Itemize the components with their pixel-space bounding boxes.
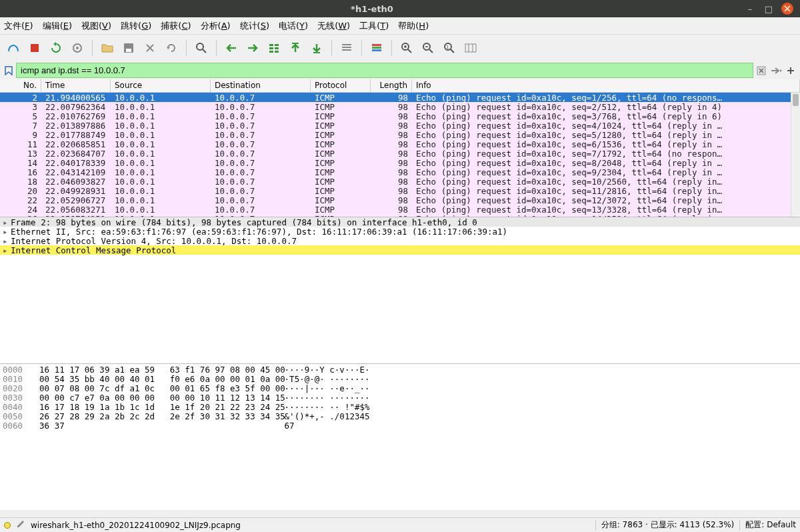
window-close-button[interactable] [781, 3, 793, 15]
detail-tree-item[interactable]: ▸Frame 2: 98 bytes on wire (784 bits), 9… [0, 217, 800, 227]
go-back-button[interactable] [222, 39, 241, 57]
hex-row[interactable]: 0050 26 27 28 29 2a 2b 2c 2d 2e 2f 30 31… [3, 412, 797, 421]
hex-row[interactable]: 0010 00 54 35 bb 40 00 40 01 f0 e6 0a 00… [3, 375, 797, 384]
menu-h[interactable]: 帮助(H) [398, 20, 429, 32]
stop-capture-button[interactable] [25, 39, 44, 57]
hex-row[interactable]: 0000 16 11 17 06 39 a1 ea 59 63 f1 76 97… [3, 365, 797, 375]
packet-row[interactable]: 1422.04017833910.0.0.110.0.0.7ICMP98Echo… [0, 158, 800, 167]
svg-rect-4 [126, 49, 131, 52]
packet-list-scrollbar[interactable] [791, 93, 800, 217]
svg-rect-12 [342, 44, 351, 45]
col-header-proto[interactable]: Protocol [311, 79, 371, 92]
start-capture-button[interactable] [4, 39, 23, 57]
filter-history-button[interactable] [769, 64, 783, 77]
close-file-button[interactable] [141, 39, 159, 57]
filter-bookmark-icon[interactable] [3, 65, 15, 77]
hex-row[interactable]: 0040 16 17 18 19 1a 1b 1c 1d 1e 1f 20 21… [3, 403, 797, 412]
packet-row[interactable]: 322.00796236410.0.0.110.0.0.7ICMP98Echo … [0, 102, 800, 111]
packet-row[interactable]: 2422.05608327110.0.0.110.0.0.7ICMP98Echo… [0, 205, 800, 214]
packet-row[interactable]: 722.01389788610.0.0.110.0.0.7ICMP98Echo … [0, 121, 800, 130]
packet-row[interactable]: 1322.02368470710.0.0.110.0.0.7ICMP98Echo… [0, 149, 800, 158]
display-filter-input[interactable] [16, 63, 753, 78]
menu-w[interactable]: 无线(W) [317, 20, 350, 32]
svg-rect-14 [342, 49, 351, 51]
packet-row[interactable]: 2022.04992893110.0.0.110.0.0.7ICMP98Echo… [0, 186, 800, 195]
caret-right-icon: ▸ [3, 217, 11, 227]
menu-g[interactable]: 跳转(G) [121, 20, 151, 32]
goto-first-button[interactable] [286, 39, 305, 57]
colorize-button[interactable] [367, 39, 386, 57]
main-toolbar: 1 [0, 35, 800, 61]
col-header-info[interactable]: Info [412, 79, 800, 92]
menu-e[interactable]: 编辑(E) [43, 20, 72, 32]
detail-tree-item[interactable]: ▸Internet Protocol Version 4, Src: 10.0.… [0, 236, 800, 245]
filter-add-button[interactable] [784, 64, 797, 77]
menu-f[interactable]: 文件(F) [4, 20, 33, 32]
svg-line-19 [408, 49, 411, 53]
find-packet-button[interactable] [192, 39, 211, 57]
menu-y[interactable]: 电话(Y) [279, 20, 308, 32]
packet-row[interactable]: 221.99400056510.0.0.110.0.0.7ICMP98Echo … [0, 93, 800, 102]
resize-columns-button[interactable] [461, 39, 480, 57]
zoom-in-button[interactable] [397, 39, 416, 57]
status-file-label: wireshark_h1-eth0_20201224100902_LNIJz9.… [31, 521, 241, 530]
packet-bytes-pane[interactable]: 0000 16 11 17 06 39 a1 ea 59 63 f1 76 97… [0, 363, 800, 510]
hex-row[interactable]: 0020 00 07 08 00 7c df a1 0c 00 01 65 f8… [3, 384, 797, 393]
packet-row[interactable]: 922.01778874910.0.0.110.0.0.7ICMP98Echo … [0, 130, 800, 139]
detail-tree-item[interactable]: ▸Ethernet II, Src: ea:59:63:f1:76:97 (ea… [0, 227, 800, 236]
packet-row[interactable]: 1122.02068585110.0.0.110.0.0.7ICMP98Echo… [0, 139, 800, 149]
packet-row[interactable]: 1822.04609382710.0.0.110.0.0.7ICMP98Echo… [0, 177, 800, 186]
packet-list-header[interactable]: No. Time Source Destination Protocol Len… [0, 79, 800, 93]
packet-list-pane: No. Time Source Destination Protocol Len… [0, 79, 800, 217]
goto-last-button[interactable] [307, 39, 326, 57]
filter-clear-button[interactable] [755, 64, 768, 77]
menu-s[interactable]: 统计(S) [240, 20, 269, 32]
hex-row[interactable]: 0030 00 00 c7 e7 0a 00 00 00 00 00 10 11… [3, 393, 797, 403]
goto-packet-button[interactable] [265, 39, 283, 57]
zoom-out-button[interactable] [419, 39, 437, 57]
auto-scroll-button[interactable] [337, 39, 356, 57]
col-header-source[interactable]: Source [111, 79, 211, 92]
col-header-length[interactable]: Length [371, 79, 412, 92]
edit-icon[interactable] [16, 519, 25, 531]
window-maximize-button[interactable]: □ [763, 3, 775, 15]
packet-details-pane[interactable]: ▸Frame 2: 98 bytes on wire (784 bits), 9… [0, 217, 800, 363]
svg-rect-15 [372, 44, 381, 46]
menu-c[interactable]: 捕获(C) [161, 20, 191, 32]
col-header-no[interactable]: No. [0, 79, 41, 92]
col-header-time[interactable]: Time [41, 79, 111, 92]
caret-right-icon: ▸ [3, 227, 11, 237]
svg-line-26 [451, 49, 454, 53]
go-forward-button[interactable] [243, 39, 262, 57]
open-file-button[interactable] [98, 39, 117, 57]
svg-line-6 [203, 49, 206, 53]
packet-row[interactable]: 522.01076276910.0.0.110.0.0.7ICMP98Echo … [0, 111, 800, 121]
window-minimize-button[interactable]: – [744, 3, 756, 15]
menu-a[interactable]: 分析(A) [201, 20, 231, 32]
reload-file-button[interactable] [162, 39, 181, 57]
status-profile[interactable]: 配置: Default [739, 520, 796, 531]
svg-rect-0 [31, 44, 39, 52]
status-packet-count: 分组: 7863 · 已显示: 4113 (52.3%) [595, 520, 735, 531]
menu-v[interactable]: 视图(V) [81, 20, 111, 32]
expert-info-icon[interactable] [4, 522, 11, 529]
packet-row[interactable]: 1622.04314210910.0.0.110.0.0.7ICMP98Echo… [0, 167, 800, 177]
menu-t[interactable]: 工具(T) [359, 20, 389, 32]
packet-row[interactable]: 2622.05975425110.0.0.110.0.0.7ICMP98Echo… [0, 214, 800, 217]
display-filter-bar [0, 61, 800, 79]
svg-rect-16 [372, 47, 381, 49]
svg-point-5 [197, 43, 203, 50]
window-title: *h1-eth0 [0, 4, 744, 14]
svg-point-2 [76, 47, 79, 49]
caret-right-icon: ▸ [3, 236, 11, 246]
restart-capture-button[interactable] [47, 39, 65, 57]
col-header-dest[interactable]: Destination [211, 79, 311, 92]
hex-row[interactable]: 0060 36 37 67 [3, 421, 797, 431]
capture-options-button[interactable] [68, 39, 87, 57]
zoom-reset-button[interactable]: 1 [440, 39, 459, 57]
packet-row[interactable]: 2222.05290672710.0.0.110.0.0.7ICMP98Echo… [0, 195, 800, 205]
svg-rect-28 [465, 44, 476, 52]
title-bar: *h1-eth0 – □ [0, 0, 800, 17]
detail-tree-item[interactable]: ▸Internet Control Message Protocol [0, 245, 800, 255]
save-file-button[interactable] [119, 39, 138, 57]
